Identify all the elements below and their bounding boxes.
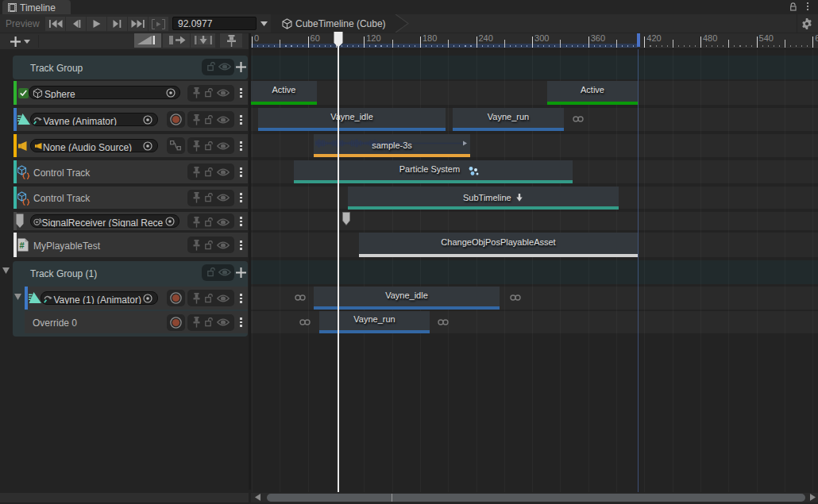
svg-text:#: # [20, 240, 25, 250]
